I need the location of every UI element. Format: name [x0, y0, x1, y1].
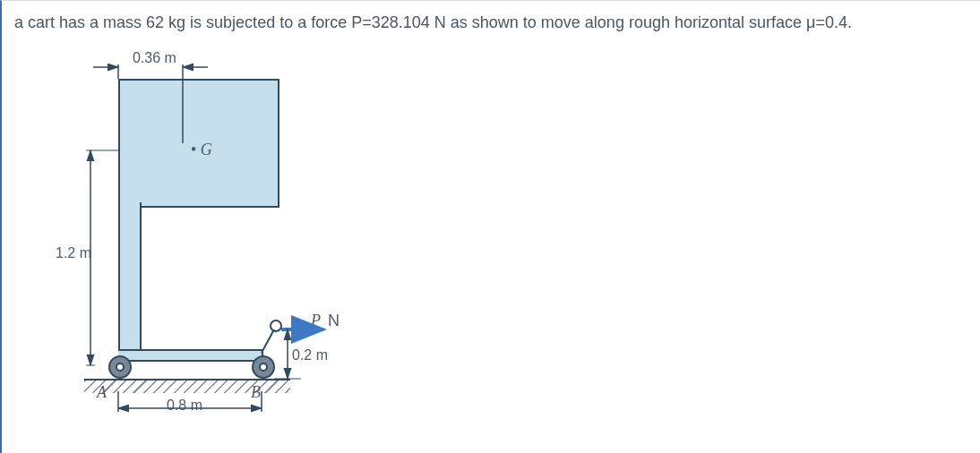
cart-diagram: • G A B PN 0.36 m 1.2 m 0.8 m 0.2 m	[41, 38, 382, 414]
problem-page: a cart has a mass 62 kg is subjected to …	[0, 0, 980, 453]
svg-point-12	[271, 321, 281, 331]
svg-line-11	[262, 329, 274, 353]
problem-statement: a cart has a mass 62 kg is subjected to …	[14, 12, 967, 34]
diagram-vectors	[41, 38, 382, 423]
